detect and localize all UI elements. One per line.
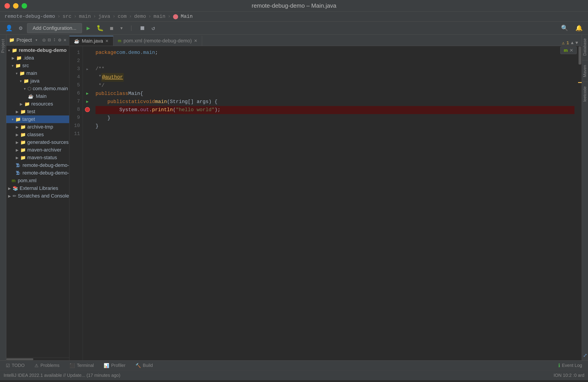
tab-close-button[interactable]: ✕ [105,39,109,44]
gear-icon[interactable]: ⚙ [58,37,61,43]
breakpoint-marker[interactable] [85,107,90,112]
fold-icon[interactable]: ▶ [86,67,88,71]
nav-up-icon[interactable]: ▲ [571,40,574,45]
tree-scrollbar-thumb[interactable] [6,358,33,360]
breadcrumb-item[interactable]: demo [134,14,146,19]
chevron-icon: ▶ [16,140,19,145]
tree-item-root[interactable]: ▾ 📁 remote-debug-demo ~/IdeaPro [6,46,69,54]
tree-item-scratches[interactable]: ▶ ✏ Scratches and Consoles [6,192,69,200]
project-panel: 📁 Project ▾ ◎ ⊟ ↕ ⚙ ✕ ▾ 📁 remote-debug-d… [6,35,69,360]
tree-item-archive-tmp[interactable]: ▶ 📁 archive-tmp [6,123,69,131]
leetcode-panel-label[interactable]: leetcode [583,85,587,104]
code-area[interactable]: package com.demo.main; /** * @author */ [92,46,578,360]
open-panel-icon[interactable]: ⤢ [583,353,587,359]
chevron-down-icon[interactable]: ▾ [35,37,38,43]
traffic-lights [4,3,27,9]
locate-icon[interactable]: ◎ [42,37,45,43]
tree-item-jar2[interactable]: 🗜 remote-debug-demo-1.0-S [6,169,69,177]
account-icon[interactable]: 👤 [4,24,14,33]
database-panel-label[interactable]: Database [583,37,587,58]
run-button[interactable]: ▶ [85,24,92,33]
run-stop-button[interactable]: ⏹ [138,24,147,33]
breadcrumb-item[interactable]: src [63,14,72,19]
code-token: out [140,106,149,114]
code-token: */ [96,82,105,90]
code-token: * [96,73,101,82]
tree-item-package[interactable]: ▾ ⬡ com.demo.main [6,85,69,92]
status-tab-problems[interactable]: ⚠ Problems [32,362,62,369]
event-log-tab[interactable]: ℹ Event Log [556,362,584,369]
tree-item-main[interactable]: ▾ 📁 main [6,69,69,77]
minimize-button[interactable] [13,3,19,9]
more-run-options[interactable]: ▾ [118,24,125,33]
tree-item-generated-sources[interactable]: ▶ 📁 generated-sources [6,138,69,146]
add-configuration-button[interactable]: Add Configuration... [27,23,82,33]
tree-item-target[interactable]: ▾ 📁 target [6,115,69,123]
nav-down-icon[interactable]: ▼ [575,40,578,45]
code-token: public [107,98,125,106]
close-panel-icon[interactable]: ✕ [63,37,66,43]
breadcrumb-item[interactable]: main [79,14,91,19]
breadcrumb-item[interactable]: com [118,14,126,19]
status-right: ℹ Event Log [556,362,584,369]
status-tab-label: Terminal [77,363,94,368]
tree-item-test[interactable]: ▶ 📁 test [6,108,69,115]
status-tab-terminal[interactable]: ⬛ Terminal [67,362,96,369]
status-tab-profiler[interactable]: 📊 Profiler [101,362,127,369]
project-sidebar-label[interactable]: Project [1,37,5,55]
editor-scrollbar[interactable] [578,46,582,360]
tab-main-java[interactable]: ☕ Main.java ✕ [69,36,113,46]
tree-label: remote-debug-demo [19,47,67,53]
breadcrumb-item[interactable]: ⬤ [173,14,178,20]
tab-close-button[interactable]: ✕ [194,38,197,43]
collapse-icon[interactable]: ⊟ [48,37,51,43]
tree-label: maven-archiver [27,147,62,153]
maximize-button[interactable] [22,3,27,9]
notification-icon[interactable]: 🔔 [574,24,584,33]
tab-pom-xml[interactable]: m pom.xml (remote-debug-demo) ✕ [113,36,202,46]
tree-label: maven-status [27,155,57,160]
notification-right: ION 10:2 :0 ard [553,373,584,378]
breadcrumb-item[interactable]: main [153,14,165,19]
tree-item-maven-status[interactable]: ▶ 📁 maven-status [6,154,69,161]
editor-content: m ✕ 1 2 3 4 5 6 7 8 9 10 11 [69,46,582,360]
sort-icon[interactable]: ↕ [53,37,56,43]
tree-item-src[interactable]: ▾ 📁 src [6,62,69,69]
code-token: System [119,106,137,114]
breadcrumb-item[interactable]: Main [181,14,193,19]
tree-item-ext-libs[interactable]: ▶ 📚 External Libraries [6,184,69,192]
search-icon[interactable]: 🔍 [559,24,570,33]
tree-item-resources[interactable]: ▶ 📁 resources [6,100,69,108]
close-button[interactable] [4,3,10,9]
tree-label: remote-debug-demo-1.0-S [22,162,69,168]
run-gutter-icon[interactable]: ▶ [86,91,89,96]
status-tab-todo[interactable]: ☑ TODO [4,362,27,369]
coverage-button[interactable]: ◼ [108,24,115,33]
code-token: . [149,106,152,114]
tree-item-jar1[interactable]: 🗜 remote-debug-demo-1.0-S [6,161,69,169]
tree-label: target [22,116,35,122]
maven-popup-close[interactable]: ✕ [569,47,573,53]
run-gutter-icon[interactable]: ▶ [86,99,89,104]
breadcrumb-item[interactable]: remote-debug-demo [4,14,55,19]
rerun-button[interactable]: ↺ [150,24,157,33]
status-tab-build[interactable]: 🔨 Build [133,362,155,369]
maven-popup[interactable]: m ✕ [560,46,577,54]
event-log-label: Event Log [562,363,582,368]
tree-item-classes[interactable]: ▶ 📁 classes [6,131,69,138]
tree-scrollbar[interactable] [6,358,69,360]
gutter: ▶ ▶ ▶ [83,46,92,360]
code-token [96,98,107,106]
debug-button[interactable]: 🐛 [95,24,105,33]
tree-item-idea[interactable]: ▶ 📁 .idea [6,54,69,62]
scrollbar-thumb[interactable] [579,46,581,65]
settings-icon[interactable]: ⚙ [17,24,24,33]
gutter-line-10 [83,122,92,130]
tree-item-java[interactable]: ▾ 📁 java [6,77,69,85]
breadcrumb-item[interactable]: java [98,14,110,19]
tree-item-pom[interactable]: m pom.xml [6,177,69,184]
tree-item-main-java[interactable]: ☕ Main [6,92,69,100]
maven-panel-label[interactable]: Maven [583,63,587,79]
tree-item-maven-archiver[interactable]: ▶ 📁 maven-archiver [6,146,69,154]
tree-label: pom.xml [18,178,37,183]
